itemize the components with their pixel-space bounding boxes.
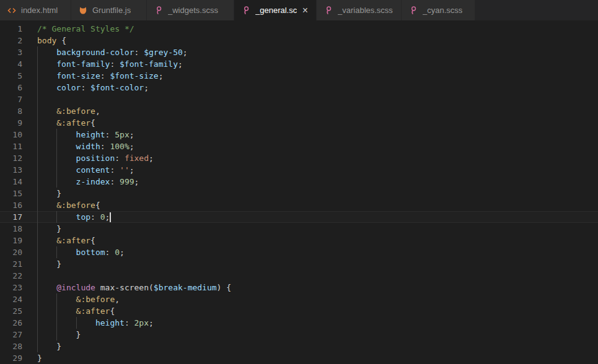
- line-number[interactable]: 3: [0, 46, 22, 58]
- code-line-content[interactable]: &:after{: [37, 305, 598, 317]
- token-punct: }: [37, 353, 42, 363]
- code-line[interactable]: 10height: 5px;: [0, 129, 598, 141]
- token-punct: {: [90, 236, 95, 245]
- code-line-content[interactable]: [37, 93, 598, 105]
- code-line[interactable]: 21}: [0, 258, 598, 270]
- code-line-content[interactable]: }: [37, 258, 598, 270]
- line-number[interactable]: 13: [0, 164, 22, 176]
- line-number[interactable]: 26: [0, 317, 22, 329]
- code-line-content[interactable]: &:before,: [37, 293, 598, 305]
- code-line[interactable]: 13content: '';: [0, 164, 598, 176]
- code-line[interactable]: 5font-size: $font-size;: [0, 70, 598, 82]
- line-number[interactable]: 29: [0, 352, 22, 364]
- line-number[interactable]: 27: [0, 329, 22, 340]
- code-line[interactable]: 8&:before,: [0, 105, 598, 117]
- code-line[interactable]: 29}: [0, 352, 598, 364]
- tab-variables-scss[interactable]: _variables.scss: [317, 0, 402, 20]
- code-line[interactable]: 2body {: [0, 35, 598, 46]
- line-number[interactable]: 15: [0, 188, 22, 199]
- line-number[interactable]: 23: [0, 282, 22, 293]
- line-number[interactable]: 2: [0, 35, 22, 46]
- code-line-content[interactable]: &:before{: [37, 199, 598, 211]
- code-line[interactable]: 25&:after{: [0, 305, 598, 317]
- tab-general-scss[interactable]: _general.scss×: [234, 0, 317, 20]
- line-number[interactable]: 18: [0, 223, 22, 235]
- code-line[interactable]: 28}: [0, 340, 598, 352]
- code-line-content[interactable]: width: 100%;: [37, 141, 598, 152]
- code-line[interactable]: 1/* General Styles */: [0, 23, 598, 35]
- code-line[interactable]: 20bottom: 0;: [0, 246, 598, 258]
- code-line-content[interactable]: }: [37, 223, 598, 235]
- line-number[interactable]: 8: [0, 105, 22, 117]
- line-number[interactable]: 25: [0, 305, 22, 317]
- code-line-content[interactable]: top: 0;: [37, 211, 598, 223]
- code-line-content[interactable]: &:after{: [37, 235, 598, 246]
- line-number[interactable]: 24: [0, 293, 22, 305]
- code-line-content[interactable]: }: [37, 329, 598, 340]
- line-number[interactable]: 7: [0, 93, 22, 105]
- code-line-content[interactable]: /* General Styles */: [37, 23, 598, 35]
- code-line[interactable]: 3background-color: $grey-50;: [0, 46, 598, 58]
- line-number[interactable]: 17: [0, 211, 22, 223]
- code-line[interactable]: 17top: 0;: [0, 211, 598, 223]
- code-line-content[interactable]: background-color: $grey-50;: [37, 46, 598, 58]
- code-line[interactable]: 18}: [0, 223, 598, 235]
- code-line-content[interactable]: @include max-screen($break-medium) {: [37, 282, 598, 293]
- code-line-content[interactable]: }: [37, 352, 598, 364]
- code-line-content[interactable]: height: 5px;: [37, 129, 598, 141]
- token-punct: ;: [149, 154, 154, 163]
- code-line[interactable]: 24&:before,: [0, 293, 598, 305]
- code-line-content[interactable]: bottom: 0;: [37, 246, 598, 258]
- code-line-content[interactable]: height: 2px;: [37, 317, 598, 329]
- code-line[interactable]: 14z-index: 999;: [0, 176, 598, 188]
- code-line[interactable]: 23@include max-screen($break-medium) {: [0, 282, 598, 293]
- line-number[interactable]: 28: [0, 340, 22, 352]
- code-line[interactable]: 6color: $font-color;: [0, 82, 598, 93]
- code-line-content[interactable]: z-index: 999;: [37, 176, 598, 188]
- indent-guide: [37, 211, 38, 223]
- code-line-content[interactable]: }: [37, 188, 598, 199]
- code-line-content[interactable]: &:before,: [37, 105, 598, 117]
- line-number[interactable]: 11: [0, 141, 22, 152]
- code-line-content[interactable]: [37, 270, 598, 282]
- line-number[interactable]: 21: [0, 258, 22, 270]
- close-icon[interactable]: ×: [301, 6, 309, 15]
- code-line-content[interactable]: color: $font-color;: [37, 82, 598, 93]
- line-number[interactable]: 4: [0, 58, 22, 70]
- code-line[interactable]: 12position: fixed;: [0, 152, 598, 164]
- code-editor[interactable]: 1/* General Styles */2body {3background-…: [0, 20, 598, 364]
- line-number[interactable]: 19: [0, 235, 22, 246]
- code-line-content[interactable]: }: [37, 340, 598, 352]
- line-number[interactable]: 1: [0, 23, 22, 35]
- tab-gruntfile-js[interactable]: Gruntfile.js: [71, 0, 147, 20]
- code-line[interactable]: 11width: 100%;: [0, 141, 598, 152]
- line-number[interactable]: 9: [0, 117, 22, 129]
- code-line[interactable]: 15}: [0, 188, 598, 199]
- code-line-content[interactable]: body {: [37, 35, 598, 46]
- code-line[interactable]: 16&:before{: [0, 199, 598, 211]
- line-number[interactable]: 10: [0, 129, 22, 141]
- code-line[interactable]: 19&:after{: [0, 235, 598, 246]
- line-number[interactable]: 6: [0, 82, 22, 93]
- code-line-content[interactable]: font-family: $font-family;: [37, 58, 598, 70]
- line-number[interactable]: 22: [0, 270, 22, 282]
- tab-cyan-scss[interactable]: _cyan.scss: [402, 0, 475, 20]
- line-number[interactable]: 14: [0, 176, 22, 188]
- code-line-content[interactable]: font-size: $font-size;: [37, 70, 598, 82]
- code-line-content[interactable]: content: '';: [37, 164, 598, 176]
- code-line[interactable]: 4font-family: $font-family;: [0, 58, 598, 70]
- code-line[interactable]: 9&:after{: [0, 117, 598, 129]
- code-line[interactable]: 26height: 2px;: [0, 317, 598, 329]
- tab-index-html[interactable]: index.html: [0, 0, 71, 20]
- line-number[interactable]: 20: [0, 246, 22, 258]
- token-punct: ;: [144, 83, 149, 92]
- tab-widgets-scss[interactable]: _widgets.scss: [147, 0, 234, 20]
- line-number[interactable]: 16: [0, 199, 22, 211]
- code-line-content[interactable]: position: fixed;: [37, 152, 598, 164]
- code-line[interactable]: 7: [0, 93, 598, 105]
- code-line[interactable]: 27}: [0, 329, 598, 340]
- line-number[interactable]: 5: [0, 70, 22, 82]
- code-line-content[interactable]: &:after{: [37, 117, 598, 129]
- line-number[interactable]: 12: [0, 152, 22, 164]
- code-line[interactable]: 22: [0, 270, 598, 282]
